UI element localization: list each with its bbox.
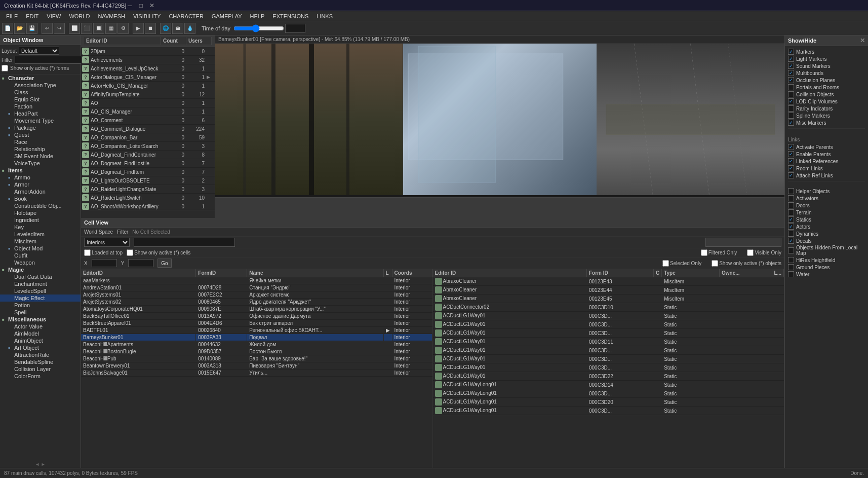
tree-item-magic-effect[interactable]: Magic Effect xyxy=(0,295,81,302)
sh-checkbox[interactable] xyxy=(788,257,794,263)
sh-checkbox[interactable] xyxy=(788,63,794,69)
sh-checkbox[interactable] xyxy=(788,70,794,76)
tree-item-movement-type[interactable]: Movement Type xyxy=(0,117,81,124)
table-row[interactable]: AndrewStation0100074D28Станция "Эндрю"In… xyxy=(81,284,432,291)
toolbar-open[interactable]: 📂 xyxy=(14,23,25,34)
table-row[interactable]: AbraxoCleaner00123E43MiscItem xyxy=(433,277,784,286)
sh-item-linked-references[interactable]: Linked References xyxy=(788,158,865,165)
sh-item-activators[interactable]: Activators xyxy=(788,195,865,202)
show-only-active-cells-check[interactable]: Show only active (*) cells xyxy=(127,249,190,256)
sh-item-spline-markers[interactable]: Spline Markers xyxy=(788,112,865,119)
table-row[interactable]: AbraxoCleaner00123E44MiscItem xyxy=(433,286,784,295)
form-list-row[interactable]: ?AO_Comment_Dialogue0224 xyxy=(81,125,215,133)
table-row[interactable]: ArcjetSystems010007E2C2Аркджет системсIn… xyxy=(81,291,432,299)
tree-item-items[interactable]: ■Items xyxy=(0,167,81,174)
tree-item-animobject[interactable]: AnimObject xyxy=(0,337,81,344)
sh-checkbox[interactable] xyxy=(788,238,794,244)
form-list-row[interactable]: ?AO_Dogmeat_FindContainer08 xyxy=(81,151,215,159)
toolbar-undo[interactable]: ↩ xyxy=(42,23,53,34)
tree-item-race[interactable]: Race xyxy=(0,138,81,145)
tree-item-aimmodel[interactable]: AimModel xyxy=(0,330,81,337)
table-row[interactable]: ACDuctLG1Way01000C3D...Static xyxy=(433,312,784,320)
form-list-row[interactable]: ?AO_Companion_Bar059 xyxy=(81,133,215,142)
table-row[interactable]: BeaconHillPub00140089Бар "За ваше здоров… xyxy=(81,355,432,362)
sh-item-hires-heightfield[interactable]: HiRes Heightfield xyxy=(788,256,865,264)
form-list-row[interactable]: ?AO_Companion_LoiterSearch03 xyxy=(81,142,215,151)
sh-checkbox[interactable] xyxy=(788,172,794,178)
th-form-id2[interactable]: Form ID xyxy=(586,269,653,277)
toolbar-run[interactable]: ▶ xyxy=(133,23,144,34)
sh-checkbox[interactable] xyxy=(788,98,794,104)
sh-checkbox[interactable] xyxy=(788,165,794,171)
tree-item-armor[interactable]: ■Armor xyxy=(0,181,81,188)
sh-item-enable-parents[interactable]: Enable Parents xyxy=(788,151,865,158)
selected-only-check[interactable]: Selected Only xyxy=(662,260,701,267)
menu-item-navmesh[interactable]: NAVMESH xyxy=(94,11,129,21)
sh-item-attach-ref-links[interactable]: Attach Ref Links xyxy=(788,172,865,179)
toolbar-stop[interactable]: ⏹ xyxy=(145,23,156,34)
tree-item-package[interactable]: ■Package xyxy=(0,124,81,131)
table-row[interactable]: ACDuctLG1WayLong01000C3D...Static xyxy=(433,389,784,398)
sh-checkbox[interactable] xyxy=(788,56,794,62)
table-row[interactable]: BarneysBunker010003FA33ПодвалInterior xyxy=(81,334,432,341)
show-only-active-obj-check[interactable]: Show only active (*) objects xyxy=(712,260,781,267)
col-users[interactable]: Users xyxy=(186,37,212,45)
go-button[interactable]: Go xyxy=(157,259,171,268)
table-row[interactable]: ACDuctLG1Way01000C3D...Static xyxy=(433,363,784,372)
form-list-row[interactable]: ?AO_ShootAtWorkshopArtillery01 xyxy=(81,202,215,210)
tree-item-sm-event-node[interactable]: SM Event Node xyxy=(0,153,81,160)
form-list-row[interactable]: ?AO_LightsOutOBSOLETE02 xyxy=(81,176,215,185)
sh-item-activate-parents[interactable]: Activate Parents xyxy=(788,143,865,151)
sh-checkbox[interactable] xyxy=(788,120,794,126)
table-row[interactable]: BeaconHillBostonBugle009D0357Бостон Бьюг… xyxy=(81,348,432,355)
sh-checkbox[interactable] xyxy=(788,202,794,208)
sh-item-occlusion-planes[interactable]: Occlusion Planes xyxy=(788,77,865,84)
sh-checkbox[interactable] xyxy=(788,224,794,230)
sh-item-ground-pieces[interactable]: Ground Pieces xyxy=(788,264,865,271)
tree-item-armoraddon[interactable]: ArmorAddon xyxy=(0,188,81,195)
maximize-button[interactable]: □ xyxy=(137,2,144,9)
sh-checkbox[interactable] xyxy=(788,113,794,119)
tree-item-leveledspell[interactable]: LeveledSpell xyxy=(0,287,81,295)
tree-item-collision-layer[interactable]: Collision Layer xyxy=(0,365,81,373)
sh-checkbox[interactable] xyxy=(788,264,794,270)
sh-item-water[interactable]: Water xyxy=(788,271,865,278)
sh-item-helper-objects[interactable]: Helper Objects xyxy=(788,188,865,195)
table-row[interactable]: BeaconHillApartments00044632Жилой домInt… xyxy=(81,341,432,348)
form-list-row[interactable]: ?AO01 xyxy=(81,99,215,107)
x-input[interactable] xyxy=(92,259,117,267)
toolbar-btn2[interactable]: ⬛ xyxy=(81,23,92,34)
table-row[interactable]: ACDuctLG1Way01000C3D...Static xyxy=(433,329,784,338)
th-name[interactable]: Name xyxy=(247,269,383,277)
menu-item-links[interactable]: LINKS xyxy=(312,11,337,21)
table-row[interactable]: BicJohnsSalvage010015E647Утиль...Interio… xyxy=(81,370,432,377)
tree-item-book[interactable]: ■Book xyxy=(0,195,81,202)
sh-checkbox[interactable] xyxy=(788,105,794,112)
tree-item-potion[interactable]: Potion xyxy=(0,302,81,309)
table-row[interactable]: ACDuctLG1Way01000C3D...Static xyxy=(433,346,784,355)
tree-item-headpart[interactable]: ■HeadPart xyxy=(0,110,81,117)
sh-checkbox[interactable] xyxy=(788,188,794,194)
table-row[interactable]: ACDuctLG1WayLong01000C3D...Static xyxy=(433,407,784,415)
sh-item-rarity-indicators[interactable]: Rarity Indicators xyxy=(788,105,865,112)
col-count[interactable]: Count xyxy=(161,37,186,45)
form-list-row[interactable]: ?AO_RaiderLightSwitch010 xyxy=(81,194,215,202)
form-list-row[interactable]: ?Achievements032 xyxy=(81,56,215,64)
tree-item-character[interactable]: ■Character xyxy=(0,75,81,82)
toolbar-water[interactable]: 💧 xyxy=(184,23,195,34)
sh-checkbox[interactable] xyxy=(788,158,794,164)
loaded-at-top-check[interactable]: Loaded at top xyxy=(84,249,123,256)
toolbar-new[interactable]: 📄 xyxy=(2,23,13,34)
show-hide-close[interactable]: ✕ xyxy=(860,37,865,44)
toolbar-save[interactable]: 💾 xyxy=(26,23,37,34)
toolbar-btn3[interactable]: 🔲 xyxy=(93,23,104,34)
sh-checkbox[interactable] xyxy=(788,77,794,83)
tree-item-miscitem[interactable]: MiscItem xyxy=(0,238,81,245)
tree-item-class[interactable]: Class xyxy=(0,89,81,96)
tree-item-ingredient[interactable]: Ingredient xyxy=(0,216,81,224)
menu-item-help[interactable]: HELP xyxy=(246,11,269,21)
table-row[interactable]: ACDuctLG1Way01000C3D22Static xyxy=(433,372,784,381)
sh-item-markers[interactable]: Markers xyxy=(788,48,865,55)
table-row[interactable]: BackBayTallOffice010013A972Офисное здани… xyxy=(81,313,432,320)
menu-item-world[interactable]: WORLD xyxy=(65,11,94,21)
